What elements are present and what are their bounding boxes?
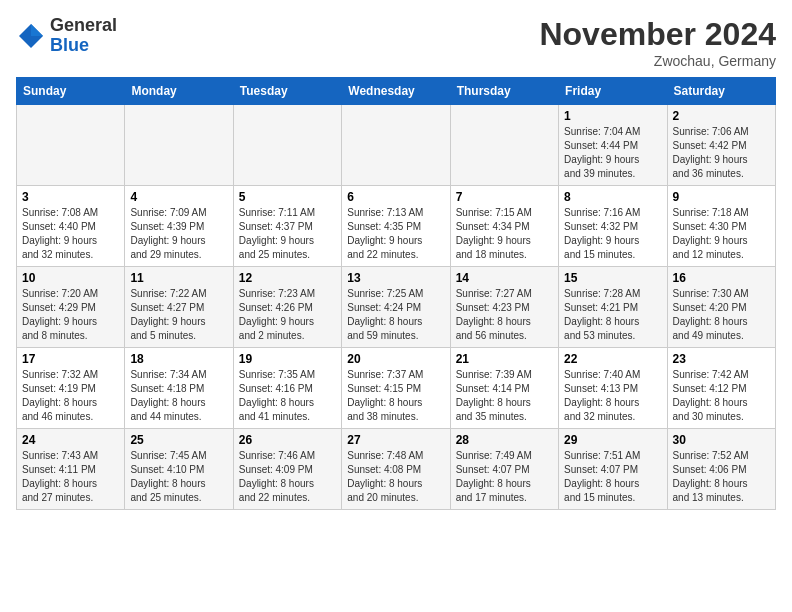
day-number: 18 — [130, 352, 227, 366]
day-info: Sunrise: 7:27 AM Sunset: 4:23 PM Dayligh… — [456, 287, 553, 343]
calendar-cell: 25Sunrise: 7:45 AM Sunset: 4:10 PM Dayli… — [125, 429, 233, 510]
calendar-cell: 20Sunrise: 7:37 AM Sunset: 4:15 PM Dayli… — [342, 348, 450, 429]
calendar-cell: 5Sunrise: 7:11 AM Sunset: 4:37 PM Daylig… — [233, 186, 341, 267]
calendar-cell: 14Sunrise: 7:27 AM Sunset: 4:23 PM Dayli… — [450, 267, 558, 348]
calendar-cell — [125, 105, 233, 186]
calendar-cell: 8Sunrise: 7:16 AM Sunset: 4:32 PM Daylig… — [559, 186, 667, 267]
logo-blue-text: Blue — [50, 36, 117, 56]
day-number: 16 — [673, 271, 770, 285]
logo: General Blue — [16, 16, 117, 56]
day-info: Sunrise: 7:40 AM Sunset: 4:13 PM Dayligh… — [564, 368, 661, 424]
calendar-cell: 6Sunrise: 7:13 AM Sunset: 4:35 PM Daylig… — [342, 186, 450, 267]
logo-general-text: General — [50, 16, 117, 36]
calendar-week-1: 1Sunrise: 7:04 AM Sunset: 4:44 PM Daylig… — [17, 105, 776, 186]
day-number: 17 — [22, 352, 119, 366]
day-number: 3 — [22, 190, 119, 204]
day-number: 20 — [347, 352, 444, 366]
calendar-cell: 2Sunrise: 7:06 AM Sunset: 4:42 PM Daylig… — [667, 105, 775, 186]
day-info: Sunrise: 7:32 AM Sunset: 4:19 PM Dayligh… — [22, 368, 119, 424]
calendar-table: SundayMondayTuesdayWednesdayThursdayFrid… — [16, 77, 776, 510]
day-info: Sunrise: 7:46 AM Sunset: 4:09 PM Dayligh… — [239, 449, 336, 505]
day-info: Sunrise: 7:51 AM Sunset: 4:07 PM Dayligh… — [564, 449, 661, 505]
day-info: Sunrise: 7:23 AM Sunset: 4:26 PM Dayligh… — [239, 287, 336, 343]
calendar-cell — [450, 105, 558, 186]
calendar-cell: 10Sunrise: 7:20 AM Sunset: 4:29 PM Dayli… — [17, 267, 125, 348]
calendar-cell: 16Sunrise: 7:30 AM Sunset: 4:20 PM Dayli… — [667, 267, 775, 348]
day-number: 8 — [564, 190, 661, 204]
day-info: Sunrise: 7:37 AM Sunset: 4:15 PM Dayligh… — [347, 368, 444, 424]
day-number: 22 — [564, 352, 661, 366]
calendar-cell: 29Sunrise: 7:51 AM Sunset: 4:07 PM Dayli… — [559, 429, 667, 510]
day-number: 25 — [130, 433, 227, 447]
day-number: 13 — [347, 271, 444, 285]
day-number: 14 — [456, 271, 553, 285]
calendar-cell: 21Sunrise: 7:39 AM Sunset: 4:14 PM Dayli… — [450, 348, 558, 429]
calendar-cell: 30Sunrise: 7:52 AM Sunset: 4:06 PM Dayli… — [667, 429, 775, 510]
calendar-cell: 17Sunrise: 7:32 AM Sunset: 4:19 PM Dayli… — [17, 348, 125, 429]
day-info: Sunrise: 7:34 AM Sunset: 4:18 PM Dayligh… — [130, 368, 227, 424]
calendar-cell: 18Sunrise: 7:34 AM Sunset: 4:18 PM Dayli… — [125, 348, 233, 429]
weekday-row: SundayMondayTuesdayWednesdayThursdayFrid… — [17, 78, 776, 105]
day-number: 11 — [130, 271, 227, 285]
calendar-cell — [17, 105, 125, 186]
day-number: 12 — [239, 271, 336, 285]
day-number: 1 — [564, 109, 661, 123]
day-info: Sunrise: 7:39 AM Sunset: 4:14 PM Dayligh… — [456, 368, 553, 424]
day-number: 29 — [564, 433, 661, 447]
calendar-cell: 19Sunrise: 7:35 AM Sunset: 4:16 PM Dayli… — [233, 348, 341, 429]
calendar-cell: 4Sunrise: 7:09 AM Sunset: 4:39 PM Daylig… — [125, 186, 233, 267]
day-info: Sunrise: 7:49 AM Sunset: 4:07 PM Dayligh… — [456, 449, 553, 505]
day-number: 30 — [673, 433, 770, 447]
day-info: Sunrise: 7:43 AM Sunset: 4:11 PM Dayligh… — [22, 449, 119, 505]
calendar-week-3: 10Sunrise: 7:20 AM Sunset: 4:29 PM Dayli… — [17, 267, 776, 348]
svg-marker-1 — [31, 24, 43, 36]
day-number: 21 — [456, 352, 553, 366]
calendar-cell: 1Sunrise: 7:04 AM Sunset: 4:44 PM Daylig… — [559, 105, 667, 186]
day-number: 4 — [130, 190, 227, 204]
day-info: Sunrise: 7:13 AM Sunset: 4:35 PM Dayligh… — [347, 206, 444, 262]
day-info: Sunrise: 7:52 AM Sunset: 4:06 PM Dayligh… — [673, 449, 770, 505]
day-number: 26 — [239, 433, 336, 447]
calendar-week-5: 24Sunrise: 7:43 AM Sunset: 4:11 PM Dayli… — [17, 429, 776, 510]
day-number: 27 — [347, 433, 444, 447]
weekday-header-friday: Friday — [559, 78, 667, 105]
day-info: Sunrise: 7:35 AM Sunset: 4:16 PM Dayligh… — [239, 368, 336, 424]
calendar-cell: 11Sunrise: 7:22 AM Sunset: 4:27 PM Dayli… — [125, 267, 233, 348]
day-number: 2 — [673, 109, 770, 123]
weekday-header-tuesday: Tuesday — [233, 78, 341, 105]
calendar-header: SundayMondayTuesdayWednesdayThursdayFrid… — [17, 78, 776, 105]
day-info: Sunrise: 7:09 AM Sunset: 4:39 PM Dayligh… — [130, 206, 227, 262]
calendar-cell: 3Sunrise: 7:08 AM Sunset: 4:40 PM Daylig… — [17, 186, 125, 267]
calendar-body: 1Sunrise: 7:04 AM Sunset: 4:44 PM Daylig… — [17, 105, 776, 510]
day-info: Sunrise: 7:15 AM Sunset: 4:34 PM Dayligh… — [456, 206, 553, 262]
day-info: Sunrise: 7:06 AM Sunset: 4:42 PM Dayligh… — [673, 125, 770, 181]
day-info: Sunrise: 7:28 AM Sunset: 4:21 PM Dayligh… — [564, 287, 661, 343]
calendar-cell: 9Sunrise: 7:18 AM Sunset: 4:30 PM Daylig… — [667, 186, 775, 267]
calendar-cell: 27Sunrise: 7:48 AM Sunset: 4:08 PM Dayli… — [342, 429, 450, 510]
day-info: Sunrise: 7:04 AM Sunset: 4:44 PM Dayligh… — [564, 125, 661, 181]
weekday-header-saturday: Saturday — [667, 78, 775, 105]
calendar-week-2: 3Sunrise: 7:08 AM Sunset: 4:40 PM Daylig… — [17, 186, 776, 267]
day-number: 7 — [456, 190, 553, 204]
weekday-header-monday: Monday — [125, 78, 233, 105]
day-info: Sunrise: 7:08 AM Sunset: 4:40 PM Dayligh… — [22, 206, 119, 262]
calendar-cell: 28Sunrise: 7:49 AM Sunset: 4:07 PM Dayli… — [450, 429, 558, 510]
calendar-cell: 26Sunrise: 7:46 AM Sunset: 4:09 PM Dayli… — [233, 429, 341, 510]
day-info: Sunrise: 7:48 AM Sunset: 4:08 PM Dayligh… — [347, 449, 444, 505]
weekday-header-thursday: Thursday — [450, 78, 558, 105]
day-number: 28 — [456, 433, 553, 447]
day-info: Sunrise: 7:30 AM Sunset: 4:20 PM Dayligh… — [673, 287, 770, 343]
day-info: Sunrise: 7:25 AM Sunset: 4:24 PM Dayligh… — [347, 287, 444, 343]
day-info: Sunrise: 7:18 AM Sunset: 4:30 PM Dayligh… — [673, 206, 770, 262]
calendar-cell: 15Sunrise: 7:28 AM Sunset: 4:21 PM Dayli… — [559, 267, 667, 348]
title-block: November 2024 Zwochau, Germany — [539, 16, 776, 69]
day-number: 9 — [673, 190, 770, 204]
day-number: 5 — [239, 190, 336, 204]
day-info: Sunrise: 7:22 AM Sunset: 4:27 PM Dayligh… — [130, 287, 227, 343]
calendar-cell: 22Sunrise: 7:40 AM Sunset: 4:13 PM Dayli… — [559, 348, 667, 429]
day-number: 19 — [239, 352, 336, 366]
day-info: Sunrise: 7:45 AM Sunset: 4:10 PM Dayligh… — [130, 449, 227, 505]
day-info: Sunrise: 7:42 AM Sunset: 4:12 PM Dayligh… — [673, 368, 770, 424]
logo-icon — [16, 21, 46, 51]
day-info: Sunrise: 7:20 AM Sunset: 4:29 PM Dayligh… — [22, 287, 119, 343]
